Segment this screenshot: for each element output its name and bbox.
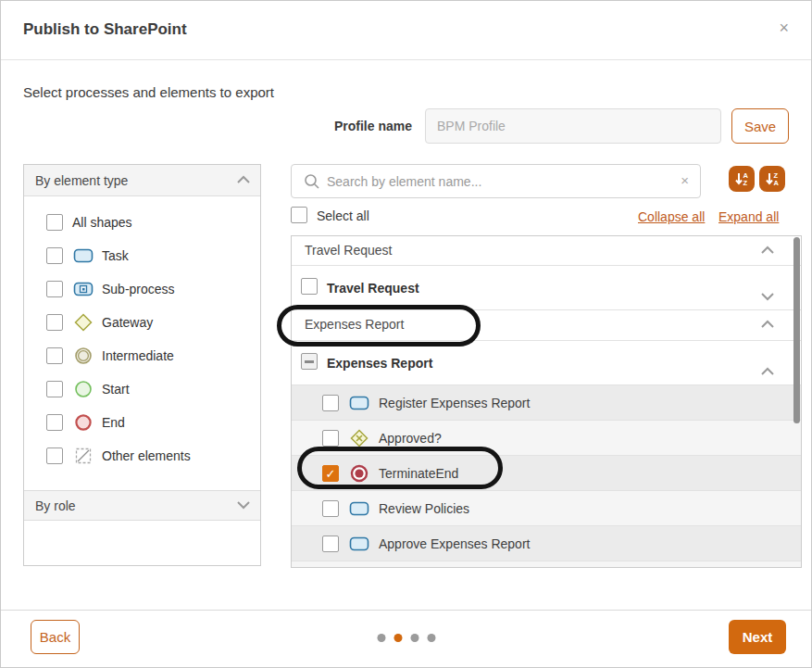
filter-label: End — [102, 415, 125, 430]
by-element-type-header[interactable]: By element type — [24, 165, 260, 196]
sort-descending-button[interactable]: Z A — [759, 166, 785, 192]
element-checkbox[interactable] — [322, 536, 339, 552]
subprocess-checkbox[interactable] — [46, 281, 63, 297]
sort-ascending-icon: A Z — [733, 170, 750, 187]
chevron-up-icon[interactable] — [760, 367, 775, 376]
filter-item-other-elements[interactable]: Other elements — [24, 439, 260, 473]
end-checkbox[interactable] — [46, 414, 63, 431]
dialog-title: Publish to SharePoint — [23, 20, 187, 39]
group-row-travel-request[interactable]: Travel Request — [292, 236, 801, 266]
filter-item-task[interactable]: Task — [24, 239, 260, 272]
filter-label: Sub-process — [102, 282, 175, 296]
filter-label: All shapes — [72, 215, 132, 230]
select-all-checkbox[interactable] — [291, 207, 307, 223]
filter-item-intermediate[interactable]: Intermediate — [24, 339, 260, 372]
search-icon — [304, 173, 320, 190]
process-label: Travel Request — [327, 281, 419, 296]
element-row-review-policies[interactable]: Review Policies — [292, 491, 801, 526]
group-label: Travel Request — [305, 243, 392, 258]
collapse-all-link[interactable]: Collapse all — [638, 209, 705, 224]
task-icon — [72, 247, 94, 264]
profile-name-input[interactable] — [425, 108, 721, 144]
all-shapes-checkbox[interactable] — [46, 214, 63, 231]
dialog-header: Publish to SharePoint × — [1, 1, 811, 60]
element-row-terminate-end[interactable]: ✓ TerminateEnd — [292, 456, 801, 491]
task-icon — [348, 395, 370, 411]
element-row-approved[interactable]: Approved? — [292, 421, 801, 456]
start-icon — [72, 381, 94, 397]
expenses-report-checkbox-indeterminate[interactable] — [301, 353, 318, 370]
element-checkbox-checked[interactable]: ✓ — [322, 465, 339, 482]
step-dot-4[interactable] — [427, 634, 435, 642]
process-row-expenses-report[interactable]: Expenses Report — [292, 341, 801, 385]
element-label: Approve Expenses Report — [379, 536, 530, 551]
chevron-up-icon[interactable] — [760, 246, 775, 255]
group-label: Expenses Report — [305, 317, 404, 332]
wizard-step-dots — [377, 634, 435, 642]
gateway-checkbox[interactable] — [46, 314, 63, 331]
filter-item-gateway[interactable]: Gateway — [24, 306, 260, 339]
chevron-down-icon — [236, 500, 251, 510]
clear-search-icon[interactable]: × — [681, 172, 689, 188]
process-tree: Travel Request Travel Request Expenses R… — [291, 235, 802, 568]
filter-label: Gateway — [102, 315, 153, 330]
partial-row — [292, 561, 801, 568]
element-checkbox[interactable] — [322, 430, 339, 447]
filter-label: Start — [102, 382, 130, 397]
dialog-footer: Back Next — [1, 610, 811, 668]
process-label: Expenses Report — [327, 356, 432, 371]
sort-ascending-button[interactable]: A Z — [729, 166, 755, 192]
element-checkbox[interactable] — [322, 395, 339, 411]
other-elements-checkbox[interactable] — [46, 447, 63, 464]
task-checkbox[interactable] — [46, 247, 63, 264]
filter-item-all-shapes[interactable]: All shapes — [24, 206, 260, 239]
intermediate-icon — [72, 347, 94, 364]
sort-descending-icon: Z A — [764, 170, 781, 187]
filter-panel: By element type All shapes Task — [23, 164, 261, 566]
filter-item-subprocess[interactable]: Sub-process — [24, 272, 260, 306]
filter-label: Other elements — [102, 448, 191, 463]
step-dot-2-active[interactable] — [394, 634, 402, 642]
element-label: Review Policies — [379, 501, 469, 516]
select-all-label: Select all — [317, 208, 369, 223]
search-box: × — [291, 164, 701, 198]
task-icon — [348, 500, 370, 517]
element-label: Approved? — [379, 431, 442, 446]
group-row-expenses-report[interactable]: Expenses Report — [292, 310, 801, 341]
search-input[interactable] — [327, 166, 669, 196]
publish-dialog: Publish to SharePoint × Select processes… — [0, 0, 812, 668]
element-checkbox[interactable] — [322, 500, 339, 517]
travel-request-checkbox[interactable] — [301, 278, 318, 295]
expand-all-link[interactable]: Expand all — [718, 209, 779, 224]
svg-text:Z: Z — [743, 179, 748, 187]
exclusive-gateway-icon — [348, 430, 370, 447]
element-type-list: All shapes Task Sub-process — [24, 196, 260, 473]
back-button[interactable]: Back — [31, 620, 80, 654]
next-button[interactable]: Next — [729, 620, 786, 654]
element-label: Register Expenses Report — [379, 396, 530, 410]
profile-name-label: Profile name — [279, 119, 412, 133]
step-dot-1[interactable] — [377, 634, 385, 642]
step-dot-3[interactable] — [410, 634, 418, 642]
start-checkbox[interactable] — [46, 381, 63, 397]
by-role-header[interactable]: By role — [24, 490, 260, 521]
filter-label: Task — [102, 248, 129, 263]
filter-item-start[interactable]: Start — [24, 372, 260, 406]
filter-item-end[interactable]: End — [24, 406, 260, 439]
filter-label: Intermediate — [102, 348, 174, 363]
element-row-approve-expenses-report[interactable]: Approve Expenses Report — [292, 526, 801, 561]
tree-scrollbar[interactable] — [793, 237, 800, 423]
end-icon — [72, 414, 94, 431]
save-button[interactable]: Save — [731, 108, 789, 144]
by-element-type-label: By element type — [35, 173, 128, 188]
close-icon[interactable]: × — [779, 19, 789, 36]
process-row-travel-request[interactable]: Travel Request — [292, 266, 801, 310]
chevron-up-icon[interactable] — [760, 320, 775, 329]
other-elements-icon — [72, 447, 94, 464]
element-label: TerminateEnd — [379, 466, 458, 481]
chevron-down-icon[interactable] — [760, 292, 775, 301]
subprocess-icon — [72, 281, 94, 297]
gateway-icon — [72, 314, 94, 331]
intermediate-checkbox[interactable] — [46, 347, 63, 364]
element-row-register-expenses-report[interactable]: Register Expenses Report — [292, 385, 801, 421]
